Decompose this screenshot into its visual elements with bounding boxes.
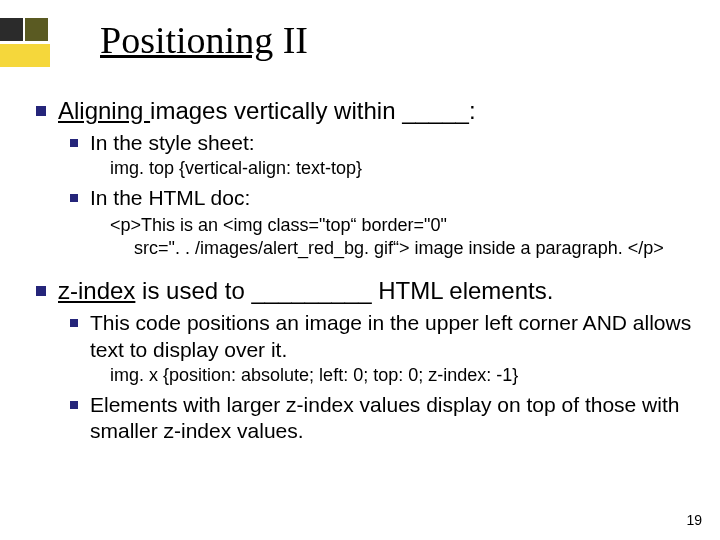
code-snippet: img. top {vertical-align: text-top} [110,158,712,179]
bullet-level2: This code positions an image in the uppe… [70,310,712,363]
bullet1-sub2: In the HTML doc: [90,185,250,211]
bullet-level1: z-index is used to _________ HTML elemen… [36,276,712,306]
slide: Positioning II Aligning images verticall… [0,0,720,540]
page-number: 19 [686,512,702,528]
bullet1-sub1: In the style sheet: [90,130,255,156]
bullet-level2: Elements with larger z-index values disp… [70,392,712,445]
bullet2-sub1: This code positions an image in the uppe… [90,310,712,363]
deco-bar [0,44,50,67]
bullet2-rest: is used to _________ HTML elements. [135,277,553,304]
code-snippet: <p>This is an <img class="top“ border="0… [110,214,712,261]
bullet1-underlined: Aligning [58,97,150,124]
code-line: <p>This is an <img class="top“ border="0… [110,215,447,235]
bullet-level1: Aligning images vertically within _____: [36,96,712,126]
decorative-corner [0,18,56,68]
square-bullet-icon [36,286,46,296]
code-line: src=". . /images/alert_red_bg. gif“> ima… [110,237,704,260]
deco-square [25,18,48,41]
bullet1-rest: images vertically within _____: [150,97,476,124]
title-underlined: Positioning [100,19,273,61]
bullet2-text: z-index is used to _________ HTML elemen… [58,276,553,306]
bullet2-underlined: z-index [58,277,135,304]
deco-square [0,18,23,41]
bullet-level2: In the HTML doc: [70,185,712,211]
code-snippet: img. x {position: absolute; left: 0; top… [110,365,712,386]
bullet-level2: In the style sheet: [70,130,712,156]
slide-body: Aligning images vertically within _____:… [36,96,712,446]
title-rest: II [273,19,308,61]
bullet2-sub2: Elements with larger z-index values disp… [90,392,712,445]
square-bullet-icon [70,139,78,147]
slide-title: Positioning II [100,18,308,62]
square-bullet-icon [70,319,78,327]
bullet1-text: Aligning images vertically within _____: [58,96,476,126]
square-bullet-icon [70,194,78,202]
square-bullet-icon [36,106,46,116]
square-bullet-icon [70,401,78,409]
